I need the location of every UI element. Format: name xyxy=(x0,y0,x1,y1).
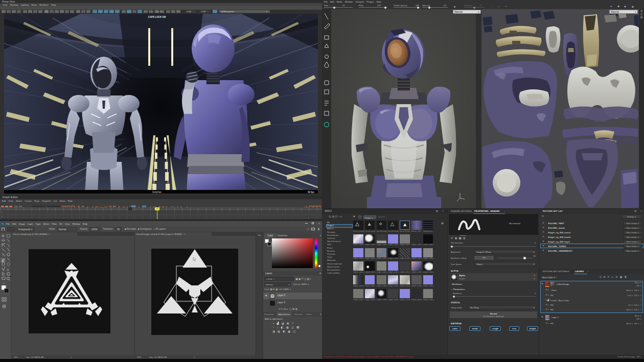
svg-text:sRGB gamma: sRGB gamma xyxy=(221,11,235,12)
svg-text:30 fps: 30 fps xyxy=(308,191,315,194)
svg-text:1.00: 1.00 xyxy=(201,11,205,12)
svg-text:T: T xyxy=(7,268,9,272)
svg-text:0.00: 0.00 xyxy=(187,11,191,12)
svg-text:▼: ▼ xyxy=(266,11,268,12)
svg-text:DollyPan: DollyPan xyxy=(152,191,162,194)
svg-text:CAPS LOCK ON: CAPS LOCK ON xyxy=(148,16,166,18)
